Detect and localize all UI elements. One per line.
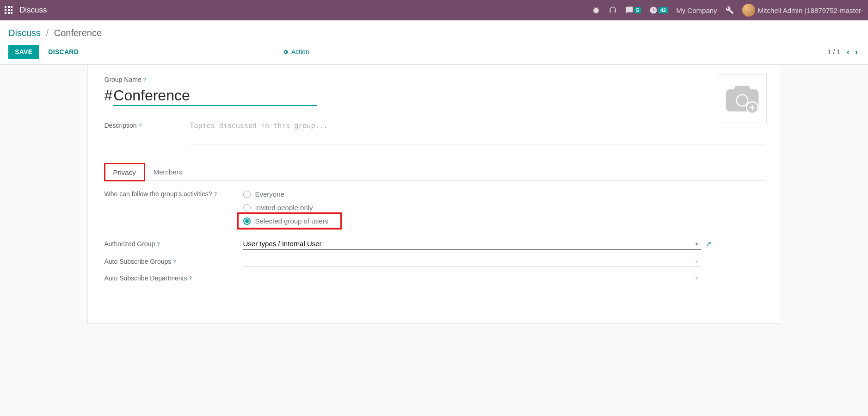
help-icon[interactable]: ? <box>139 123 142 128</box>
tab-privacy[interactable]: Privacy <box>105 163 145 181</box>
form-sheet: Group Name? # Description? Privacy Membe… <box>87 65 781 324</box>
group-name-input[interactable] <box>113 87 317 106</box>
pager-next[interactable]: › <box>853 47 860 57</box>
company-name[interactable]: My Company <box>676 6 717 14</box>
radio-invited[interactable]: Invited people only <box>243 204 338 211</box>
help-icon[interactable]: ? <box>189 275 192 281</box>
pager-prev[interactable]: ‹ <box>845 47 851 57</box>
tabs: Privacy Members <box>105 163 764 181</box>
help-icon[interactable]: ? <box>157 241 160 247</box>
breadcrumb: Discuss / Conference <box>0 20 868 42</box>
top-navbar: Discuss 5 42 My Company Mitchell Admin (… <box>0 0 868 20</box>
radio-selected-group[interactable]: Selected group of users <box>241 217 338 225</box>
app-title[interactable]: Discuss <box>19 6 47 15</box>
activities-badge: 42 <box>659 7 668 13</box>
radio-everyone-input[interactable] <box>243 191 251 198</box>
user-menu[interactable]: Mitchell Admin (18879752-master- <box>742 4 863 17</box>
support-icon[interactable] <box>609 6 617 14</box>
pager: 1 / 1 ‹ › <box>828 47 860 57</box>
radio-everyone[interactable]: Everyone <box>243 190 338 198</box>
auto-subscribe-groups-input[interactable] <box>243 256 701 267</box>
description-input[interactable] <box>190 121 764 144</box>
breadcrumb-root[interactable]: Discuss <box>8 28 41 38</box>
gear-icon <box>283 49 289 55</box>
group-name-label: Group Name? <box>105 76 147 83</box>
auto-subscribe-departments-input[interactable] <box>243 273 701 283</box>
bug-icon[interactable] <box>592 6 600 14</box>
breadcrumb-separator: / <box>46 28 49 38</box>
radio-selected-input[interactable] <box>243 217 251 225</box>
breadcrumb-current: Conference <box>54 28 102 38</box>
hash-prefix: # <box>105 87 113 104</box>
help-icon[interactable]: ? <box>143 77 147 82</box>
radio-invited-input[interactable] <box>243 204 251 211</box>
authorized-group-input[interactable] <box>243 238 701 250</box>
description-label: Description? <box>105 121 190 129</box>
action-label: Action <box>291 48 309 56</box>
save-button[interactable]: SAVE <box>8 45 39 59</box>
pager-text: 1 / 1 <box>828 48 840 56</box>
image-upload[interactable] <box>718 74 767 123</box>
settings-icon[interactable] <box>726 6 734 14</box>
camera-icon <box>724 82 760 115</box>
authorized-group-label: Authorized Group? <box>105 240 243 248</box>
messages-icon[interactable]: 5 <box>625 6 641 14</box>
svg-point-2 <box>737 95 747 106</box>
tab-members[interactable]: Members <box>145 163 191 180</box>
avatar <box>742 4 755 17</box>
privacy-question-label: Who can follow the group's activities?? <box>105 190 243 198</box>
user-name: Mitchell Admin (18879752-master- <box>758 6 863 14</box>
auto-subscribe-groups-label: Auto Subscribe Groups? <box>105 258 243 265</box>
external-link-icon[interactable]: ↗ <box>706 240 712 248</box>
action-dropdown[interactable]: Action <box>283 48 309 56</box>
auto-subscribe-departments-label: Auto Subscribe Departments? <box>105 274 243 282</box>
messages-badge: 5 <box>634 7 641 13</box>
activities-icon[interactable]: 42 <box>649 6 668 14</box>
discard-button[interactable]: DISCARD <box>48 48 79 56</box>
control-panel: Discuss / Conference SAVE DISCARD Action… <box>0 20 868 65</box>
apps-icon[interactable] <box>5 6 13 14</box>
help-icon[interactable]: ? <box>214 191 217 197</box>
help-icon[interactable]: ? <box>173 259 176 264</box>
